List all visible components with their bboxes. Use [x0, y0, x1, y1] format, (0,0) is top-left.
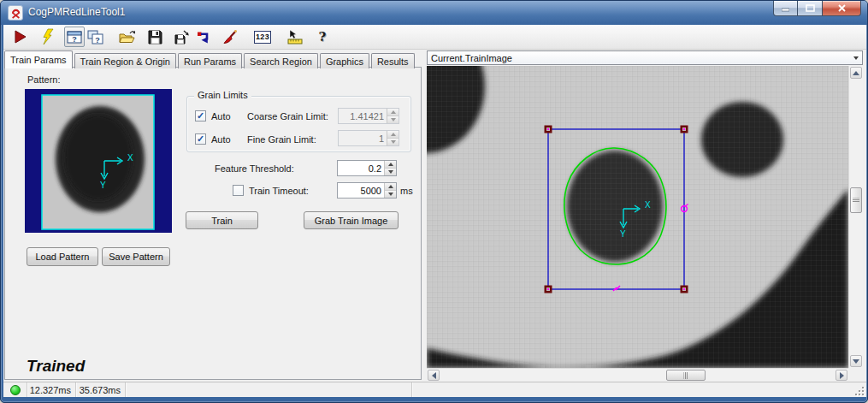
titlebar[interactable]: CogPMRedLineTool1	[1, 1, 867, 25]
auto-coarse-label: Auto	[211, 111, 231, 121]
open-folder-icon	[119, 29, 136, 44]
pattern-image: X Y	[25, 89, 172, 233]
train-timeout-checkbox[interactable]	[233, 185, 244, 196]
undo-arrow-icon	[195, 29, 210, 44]
tab-run-params[interactable]: Run Params	[178, 53, 242, 68]
fine-grain-limit-label: Fine Grain Limit:	[247, 134, 316, 145]
tab-strip: Train Params Train Region & Origin Run P…	[4, 50, 416, 68]
electric-run-button[interactable]	[37, 27, 57, 47]
coarse-spin-down	[387, 116, 399, 123]
train-image-canvas[interactable]: X Y	[427, 66, 848, 368]
feature-threshold-input[interactable]	[337, 160, 397, 176]
auto-fine-label: Auto	[211, 134, 231, 145]
reset-button[interactable]	[192, 27, 213, 47]
auto-coarse-checkbox[interactable]: ✓	[195, 110, 206, 121]
pattern-x-axis-label: X	[127, 153, 133, 163]
cognex-logo-icon	[8, 5, 23, 21]
threshold-spin-down[interactable]	[385, 169, 396, 175]
timeout-spin-up[interactable]	[385, 183, 396, 191]
timeout-spin-down[interactable]	[385, 191, 396, 198]
horizontal-scrollbar[interactable]	[427, 368, 848, 382]
scroll-left-button[interactable]	[428, 370, 440, 381]
display-x-axis-label: X	[645, 200, 651, 210]
svg-text:?: ?	[95, 35, 100, 44]
vertical-scrollbar[interactable]	[848, 66, 863, 368]
minimize-button[interactable]	[773, 1, 798, 16]
statusbar-spacer	[126, 382, 412, 397]
scroll-right-button[interactable]	[836, 370, 847, 381]
image-source-value: Current.TrainImage	[431, 53, 512, 63]
save-icon	[148, 30, 162, 44]
coarse-grain-limit-input	[338, 108, 399, 124]
fine-spin-up	[387, 131, 399, 139]
horizontal-scroll-thumb[interactable]	[666, 370, 706, 381]
toolbar: ? ?	[3, 25, 866, 50]
resize-grip[interactable]	[853, 385, 864, 395]
numbers-icon: 123	[254, 31, 271, 44]
grain-limits-title: Grain Limits	[194, 90, 251, 100]
green-led-icon	[10, 385, 21, 395]
save-as-icon	[174, 29, 191, 44]
grab-train-image-button[interactable]: Grab Train Image	[304, 211, 399, 229]
close-button[interactable]	[822, 1, 861, 16]
paintbrush-icon	[222, 29, 238, 44]
save-as-button[interactable]	[172, 27, 192, 47]
tab-search-region[interactable]: Search Region	[244, 53, 318, 68]
load-pattern-button[interactable]: Load Pattern	[27, 247, 98, 266]
help-button[interactable]: ?	[312, 27, 333, 47]
run-icon	[13, 29, 27, 44]
tab-train-params[interactable]: Train Params	[4, 50, 73, 68]
coarse-grain-limit-label: Coarse Grain Limit:	[247, 111, 328, 121]
pattern-y-axis-label: Y	[100, 181, 106, 190]
windows-copy-question-icon: ?	[87, 30, 103, 44]
auto-fine-checkbox[interactable]: ✓	[195, 133, 206, 145]
numbers-display-button[interactable]: 123	[252, 27, 273, 47]
vertical-scroll-thumb[interactable]	[850, 187, 862, 213]
train-params-page: Pattern: X Y	[4, 67, 422, 380]
timeout-unit-label: ms	[400, 186, 413, 196]
float-window-button[interactable]: ?	[64, 27, 85, 47]
save-pattern-button[interactable]: Save Pattern	[102, 247, 170, 266]
coarse-spin-up	[387, 109, 399, 116]
save-button[interactable]	[145, 27, 165, 47]
tab-train-region-origin[interactable]: Train Region & Origin	[74, 53, 176, 68]
train-image-display[interactable]: X Y	[427, 66, 863, 382]
window-question-icon: ?	[67, 31, 82, 44]
tab-results[interactable]: Results	[371, 53, 415, 68]
open-file-button[interactable]	[117, 27, 138, 47]
cogpmredline-tool-window: CogPMRedLineTool1	[0, 0, 868, 403]
execution-time: 12.327ms	[27, 382, 76, 397]
train-status-text: Trained	[27, 357, 85, 376]
display-y-axis-label: Y	[620, 229, 626, 239]
tool-status-led	[3, 382, 27, 397]
edit-graphics-button[interactable]	[220, 27, 240, 47]
window-controls	[773, 1, 861, 16]
window-title: CogPMRedLineTool1	[28, 6, 125, 18]
scroll-up-button[interactable]	[850, 67, 862, 79]
ruler-pointer-icon	[286, 29, 304, 44]
new-window-button[interactable]: ?	[85, 27, 105, 47]
pattern-label: Pattern:	[27, 74, 61, 85]
client-area: ? ?	[3, 25, 866, 397]
image-source-dropdown[interactable]: Current.TrainImage	[427, 50, 863, 65]
svg-text:?: ?	[72, 35, 77, 44]
help-icon: ?	[319, 29, 327, 44]
train-button[interactable]: Train	[186, 211, 258, 229]
train-timeout-label: Train Timeout:	[249, 186, 309, 196]
measure-button[interactable]	[285, 27, 305, 47]
fine-grain-limit-input	[338, 130, 399, 146]
chevron-down-icon[interactable]	[849, 51, 862, 64]
statusbar: 12.327ms 35.673ms	[3, 382, 866, 397]
total-time: 35.673ms	[76, 382, 126, 397]
feature-threshold-label: Feature Threshold:	[215, 163, 294, 174]
maximize-button[interactable]	[798, 1, 822, 16]
lightning-icon	[39, 28, 55, 45]
tab-graphics[interactable]: Graphics	[320, 53, 369, 68]
train-timeout-input[interactable]	[337, 182, 397, 199]
threshold-spin-up[interactable]	[385, 161, 396, 169]
scroll-down-button[interactable]	[850, 355, 862, 367]
fine-spin-down	[387, 139, 399, 145]
run-button[interactable]	[9, 27, 30, 47]
